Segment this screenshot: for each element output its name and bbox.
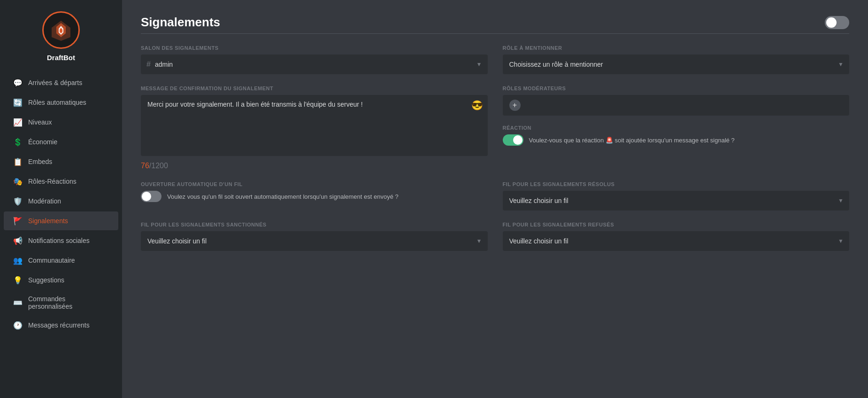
- arrivals-icon: 💬: [13, 78, 23, 87]
- sidebar-item-role-reactions[interactable]: 🎭 Rôles-Réactions: [4, 172, 118, 191]
- char-max: /1200: [149, 162, 168, 170]
- ouverture-toggle-row: Voulez vous qu'un fil soit ouvert automa…: [141, 191, 488, 202]
- sidebar-navigation: 💬 Arrivées & départs 🔄 Rôles automatique…: [0, 69, 122, 339]
- main-content: Signalements SALON DES SIGNALEMENTS # ad…: [122, 0, 868, 398]
- bot-name: DraftBot: [47, 54, 75, 62]
- role-reactions-icon: 🎭: [13, 177, 23, 186]
- fil-refuses-select[interactable]: Veuillez choisir un fil: [503, 231, 850, 251]
- add-role-button[interactable]: +: [509, 100, 521, 111]
- right-column: RÔLES MODÉRATEURS + RÉACTION Voulez-vous…: [503, 86, 850, 170]
- levels-icon: 📈: [13, 117, 23, 127]
- sidebar-item-moderation[interactable]: 🛡️ Modération: [4, 192, 118, 211]
- reaction-text: Voulez-vous que la réaction 🚨 soit ajout…: [529, 137, 735, 144]
- auto-roles-icon: 🔄: [13, 98, 23, 107]
- recurring-messages-icon: 🕐: [13, 320, 23, 330]
- roles-moderateurs-label: RÔLES MODÉRATEURS: [503, 86, 850, 91]
- sidebar-item-custom-commands[interactable]: ⌨️ Commandes personnalisées: [4, 290, 118, 315]
- sidebar-item-community-label: Communautaire: [28, 257, 75, 264]
- sidebar-item-embeds-label: Embeds: [28, 158, 52, 165]
- ouverture-auto-toggle[interactable]: [141, 191, 161, 202]
- message-textarea[interactable]: Merci pour votre signalement. Il a bien …: [141, 95, 488, 156]
- reaction-group: RÉACTION Voulez-vous que la réaction 🚨 s…: [503, 125, 850, 146]
- roles-box: +: [503, 95, 850, 116]
- fil-refuses-group: FIL POUR LES SIGNALEMENTS REFUSÉS Veuill…: [503, 222, 850, 251]
- emoji-button[interactable]: 😎: [471, 100, 483, 111]
- reaction-toggle[interactable]: [503, 134, 523, 146]
- sidebar-item-auto-roles-label: Rôles automatiques: [28, 99, 86, 106]
- sidebar-item-suggestions[interactable]: 💡 Suggestions: [4, 271, 118, 289]
- ouverture-auto-label: OUVERTURE AUTOMATIQUE D'UN FIL: [141, 181, 488, 187]
- sidebar-item-moderation-label: Modération: [28, 197, 61, 205]
- economy-icon: 💲: [13, 137, 23, 147]
- role-mention-group: RÔLE À MENTIONNER Choisissez un rôle à m…: [503, 45, 850, 74]
- fil-sanctionnes-group: FIL POUR LES SIGNALEMENTS SANCTIONNÉS Ve…: [141, 222, 488, 251]
- page-title: Signalements: [141, 15, 220, 30]
- signalements-icon: 🚩: [13, 216, 23, 226]
- main-toggle-knob: [826, 17, 837, 28]
- fil-resolus-select-wrapper: Veuillez choisir un fil ▼: [503, 191, 850, 211]
- salon-label: SALON DES SIGNALEMENTS: [141, 45, 488, 51]
- sidebar-item-custom-commands-label: Commandes personnalisées: [28, 295, 109, 310]
- reaction-toggle-row: Voulez-vous que la réaction 🚨 soit ajout…: [503, 134, 850, 146]
- embeds-icon: 📋: [13, 157, 23, 166]
- sidebar-item-signalements[interactable]: 🚩 Signalements: [4, 211, 118, 230]
- sidebar-item-suggestions-label: Suggestions: [28, 276, 64, 284]
- sidebar-item-arrivals[interactable]: 💬 Arrivées & départs: [4, 73, 118, 92]
- reaction-label: RÉACTION: [503, 125, 850, 131]
- ouverture-auto-text: Voulez vous qu'un fil soit ouvert automa…: [167, 193, 399, 200]
- fil-resolus-select[interactable]: Veuillez choisir un fil: [503, 191, 850, 211]
- role-mention-select-wrapper: Choisissez un rôle à mentionner ▼: [503, 55, 850, 74]
- main-toggle[interactable]: [825, 16, 849, 29]
- sidebar-item-levels[interactable]: 📈 Niveaux: [4, 113, 118, 132]
- form-grid: SALON DES SIGNALEMENTS # admin ▼ RÔLE À …: [141, 45, 849, 251]
- sidebar-item-levels-label: Niveaux: [28, 118, 52, 126]
- fil-resolus-group: FIL POUR LES SIGNALEMENTS RÉSOLUS Veuill…: [503, 181, 850, 211]
- fil-sanctionnes-select[interactable]: Veuillez choisir un fil: [141, 231, 488, 251]
- sidebar-header: DraftBot: [0, 0, 122, 69]
- social-notifs-icon: 📢: [13, 236, 23, 245]
- sidebar-item-arrivals-label: Arrivées & départs: [28, 79, 82, 86]
- suggestions-icon: 💡: [13, 275, 23, 285]
- fil-refuses-label: FIL POUR LES SIGNALEMENTS REFUSÉS: [503, 222, 850, 227]
- page-header: Signalements: [141, 15, 849, 30]
- role-mention-select[interactable]: Choisissez un rôle à mentionner: [503, 55, 850, 74]
- message-label: MESSAGE DE CONFIRMATION DU SIGNALEMENT: [141, 86, 488, 91]
- ouverture-auto-group: OUVERTURE AUTOMATIQUE D'UN FIL Voulez vo…: [141, 181, 488, 211]
- header-divider: [141, 33, 849, 34]
- role-mention-label: RÔLE À MENTIONNER: [503, 45, 850, 51]
- sidebar-item-role-reactions-label: Rôles-Réactions: [28, 178, 77, 185]
- sidebar-item-auto-roles[interactable]: 🔄 Rôles automatiques: [4, 93, 118, 112]
- fil-sanctionnes-label: FIL POUR LES SIGNALEMENTS SANCTIONNÉS: [141, 222, 488, 227]
- sidebar-item-economy[interactable]: 💲 Économie: [4, 133, 118, 151]
- salon-group: SALON DES SIGNALEMENTS # admin ▼: [141, 45, 488, 74]
- fil-resolus-label: FIL POUR LES SIGNALEMENTS RÉSOLUS: [503, 181, 850, 187]
- reaction-toggle-knob: [513, 135, 522, 145]
- sidebar-item-signalements-label: Signalements: [28, 217, 68, 225]
- char-current: 76: [141, 162, 149, 170]
- sidebar-item-social-notifs[interactable]: 📢 Notifications sociales: [4, 231, 118, 250]
- message-group: MESSAGE DE CONFIRMATION DU SIGNALEMENT M…: [141, 86, 488, 170]
- ouverture-auto-toggle-knob: [142, 192, 151, 201]
- fil-sanctionnes-select-wrapper: Veuillez choisir un fil ▼: [141, 231, 488, 251]
- sidebar: DraftBot 💬 Arrivées & départs 🔄 Rôles au…: [0, 0, 122, 398]
- moderation-icon: 🛡️: [13, 196, 23, 206]
- custom-commands-icon: ⌨️: [13, 298, 23, 307]
- salon-select[interactable]: admin: [141, 55, 488, 74]
- community-icon: 👥: [13, 256, 23, 265]
- char-count: 76/1200: [141, 162, 488, 170]
- sidebar-item-recurring-messages[interactable]: 🕐 Messages récurrents: [4, 316, 118, 335]
- sidebar-item-embeds[interactable]: 📋 Embeds: [4, 152, 118, 171]
- fil-refuses-select-wrapper: Veuillez choisir un fil ▼: [503, 231, 850, 251]
- salon-select-wrapper: # admin ▼: [141, 55, 488, 74]
- bot-logo: [42, 11, 80, 49]
- sidebar-item-community[interactable]: 👥 Communautaire: [4, 251, 118, 270]
- sidebar-item-social-notifs-label: Notifications sociales: [28, 237, 90, 244]
- sidebar-item-recurring-messages-label: Messages récurrents: [28, 321, 90, 329]
- message-textarea-wrapper: Merci pour votre signalement. Il a bien …: [141, 95, 488, 158]
- roles-moderateurs-group: RÔLES MODÉRATEURS +: [503, 86, 850, 116]
- sidebar-item-economy-label: Économie: [28, 138, 57, 146]
